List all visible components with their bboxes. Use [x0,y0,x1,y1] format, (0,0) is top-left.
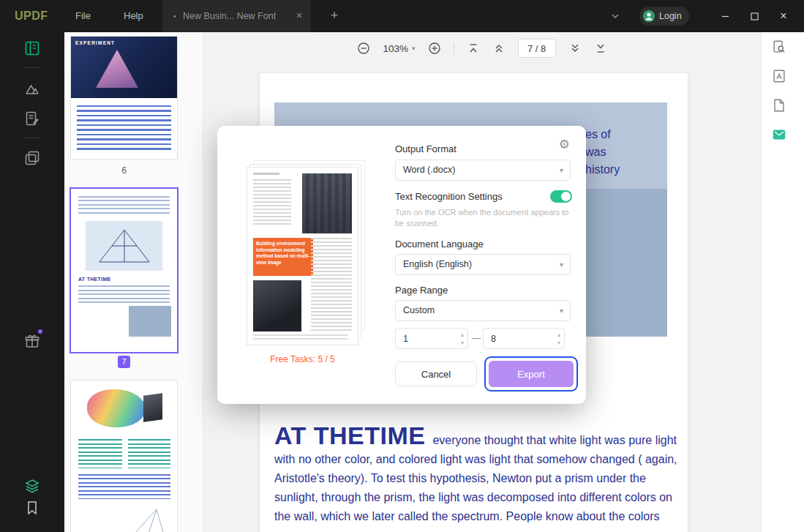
rainbow-gradient-graphic [87,389,146,427]
page-7-label: 7 [118,356,130,368]
divider [454,42,454,54]
output-format-select[interactable]: Word (.docx) ▾ [395,160,571,181]
search-document-icon[interactable] [767,35,791,59]
page-range-select[interactable]: Custom ▾ [395,300,571,321]
text-lines-placeholder [78,474,170,499]
chevron-down-icon: ▾ [560,301,563,321]
tab-close-icon[interactable]: × [293,10,306,23]
notification-dot [38,329,42,334]
page-7-heading-text: AT THETIME [78,277,110,282]
viewer-toolbar: 103% ▾ 7 / 8 [203,32,761,64]
tab-modified-dot: • [173,12,176,20]
page-indicator-input[interactable]: 7 / 8 [518,39,556,58]
page-6-label: 6 [71,165,177,176]
updf-app-window: UPDF File Help • New Busin... New Font ×… [0,0,804,532]
banner-line: es of [585,126,620,143]
login-button[interactable]: Login [639,7,689,26]
page-range-label: Page Range [395,285,448,296]
page-6-thumbnail[interactable]: EXPERIMENT [71,37,177,159]
prism-graphic [96,50,138,88]
export-preview: Building environment information modelin… [247,167,358,345]
login-label: Login [659,7,682,26]
next-page-icon[interactable] [568,42,582,55]
range-from-stepper[interactable]: ▴ ▾ [461,331,464,347]
banner-text-fragments: es of was history [585,126,620,179]
annotation-icon[interactable] [22,108,42,129]
zoom-in-icon[interactable] [428,42,441,55]
stepper-up-icon[interactable]: ▴ [461,331,464,339]
page-range-value: Custom [403,305,435,315]
new-tab-button[interactable]: + [327,0,342,32]
text-lines-placeholder [128,439,170,468]
minimize-button[interactable] [712,0,738,32]
range-dash: — [470,328,482,349]
export-button[interactable]: Export [489,361,574,387]
organize-pages-icon[interactable] [22,148,42,168]
page-8-cover-image [75,385,173,432]
range-from-input[interactable] [403,329,446,348]
range-from-field: ▴ ▾ [395,328,468,349]
banner-line: was [585,143,620,161]
bookmark-icon[interactable] [22,498,42,518]
outline-icon[interactable] [22,79,42,100]
window-close-button[interactable]: × [770,0,797,32]
maximize-button[interactable] [741,0,767,32]
app-logo: UPDF [15,0,48,32]
document-tab[interactable]: • New Busin... New Font × [162,0,311,32]
toggle-knob [561,192,571,201]
person-photo-placeholder [253,280,301,331]
divider [24,67,40,68]
ocr-toggle[interactable] [550,190,572,203]
text-lines-placeholder [78,285,170,303]
ocr-hint-text: Turn on the OCR when the document appear… [395,207,572,229]
stepper-up-icon[interactable]: ▴ [557,331,560,339]
document-heading: AT THETIME [274,422,425,449]
tab-title: New Busin... New Font [183,0,276,32]
triangle-diagram [86,221,162,271]
right-tool-strip [761,32,804,532]
zoom-value: 103% [383,43,408,54]
menu-help[interactable]: Help [124,0,143,32]
text-lines-placeholder [78,196,170,215]
last-page-icon[interactable] [594,42,607,55]
export-dialog: ⚙ Building environment information model… [217,126,586,404]
chevron-down-icon: ▾ [560,255,563,274]
cancel-button[interactable]: Cancel [395,361,477,386]
gear-icon[interactable]: ⚙ [559,138,570,152]
range-to-field: ▴ ▾ [483,328,565,349]
first-page-icon[interactable] [467,42,480,55]
divider [24,138,40,138]
page-6-experiment-text: EXPERIMENT [75,40,115,45]
range-to-stepper[interactable]: ▴ ▾ [557,331,560,347]
preview-title-line [253,173,279,175]
document-icon[interactable] [767,94,791,117]
pdfa-icon[interactable] [767,64,791,88]
page-7-thumbnail-selected[interactable]: AT THETIME [71,189,177,352]
page-6-cover-image: EXPERIMENT [71,37,177,98]
zoom-level-dropdown[interactable]: 103% ▾ [383,43,415,54]
free-tasks-counter: Free Tasks: 5 / 5 [217,354,388,364]
menu-file[interactable]: File [75,0,91,32]
page-7-badge: 7 [71,356,177,368]
range-to-input[interactable] [491,329,539,348]
layers-icon[interactable] [22,476,42,496]
output-format-label: Output Format [395,143,457,154]
mail-icon[interactable] [767,123,791,146]
stepper-down-icon[interactable]: ▾ [461,339,464,347]
stepper-down-icon[interactable]: ▾ [557,339,560,347]
output-format-value: Word (.docx) [403,165,455,175]
text-lines-placeholder [77,105,171,151]
previous-page-icon[interactable] [492,42,506,55]
chevron-down-icon: ▾ [560,160,563,180]
document-language-value: English (English) [403,259,472,269]
thumbnail-panel-icon[interactable] [22,38,42,59]
titlebar-chevron-down-icon[interactable] [610,11,620,21]
building-photo-placeholder [302,173,352,233]
preview-caption-block: Building environment information modelin… [253,238,313,276]
document-language-select[interactable]: English (English) ▾ [395,254,571,275]
dark-shape-graphic [143,393,162,422]
zoom-out-icon[interactable] [357,42,370,55]
gift-icon[interactable] [22,331,42,351]
page-8-thumbnail[interactable] [71,381,177,532]
banner-line: history [585,161,620,179]
